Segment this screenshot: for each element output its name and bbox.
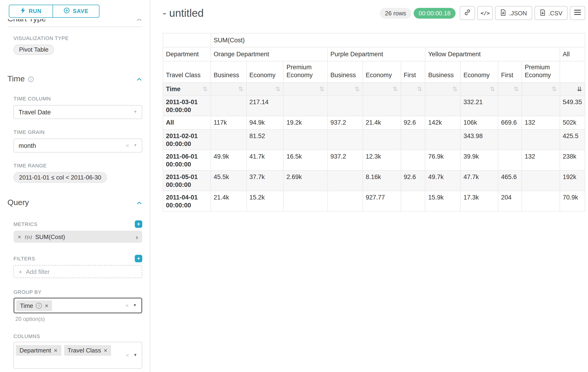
columns-label: COLUMNS [13,333,142,339]
pivot-value-cell [327,191,363,211]
pivot-value-cell: 92.6 [401,170,425,191]
export-json-label: .JSON [509,10,527,17]
info-icon [28,76,34,82]
pivot-value-cell: 49.7k [425,170,461,191]
pivot-value-cell: 132 [522,150,560,170]
pivot-value-cell: 8.16k [363,170,401,191]
pivot-value-cell: 49.9k [210,150,246,170]
sort-icon[interactable]: ⇅ [417,86,422,92]
sort-desc-icon[interactable]: ⇊ [577,86,582,92]
clear-icon[interactable]: × [126,352,129,358]
pivot-class-header: First [498,61,522,83]
selected-option-tag[interactable]: Department× [16,345,61,356]
pivot-value-cell: 204 [498,191,522,211]
metric-chip[interactable]: × ƒ(x) SUM(Cost) › [13,231,142,243]
time-range-chip[interactable]: 2011-01-01 ≤ col < 2011-06-30 [13,172,107,183]
chart-type-heading: Chart Type [7,19,46,24]
pivot-class-header: Premium Economy [284,61,327,83]
caret-down-icon[interactable]: ▼ [133,353,137,357]
pivot-value-cell: 47.7k [460,170,498,191]
pivot-value-cell: 15.2k [246,191,284,211]
run-button[interactable]: RUN [9,5,53,18]
time-column-value: Travel Date [19,109,51,116]
remove-tag-icon[interactable]: × [45,302,48,308]
copy-link-button[interactable] [460,6,475,20]
group-by-label: GROUP BY [13,289,142,295]
pivot-value-cell: 132 [522,116,560,129]
pivot-metric-header: SUM(Cost) [210,33,585,47]
pivot-value-cell: 37.7k [246,170,284,191]
pivot-sort-cell: ⇅ [498,83,522,96]
add-filter-button[interactable]: + Add filter [13,265,142,278]
pivot-value-cell [522,96,560,116]
pivot-value-cell [498,129,522,150]
section-divider [7,27,142,27]
sort-icon[interactable]: ⇅ [393,86,398,92]
file-download-icon [539,9,546,17]
remove-tag-icon[interactable]: × [54,347,57,353]
columns-select[interactable]: Department×Travel Class× × ▼ [13,342,142,369]
pivot-data-row: 2011-02-01 00:00:0081.52343.98425.5 [163,129,585,150]
collapse-chevron-up-icon[interactable] [136,76,142,82]
caret-down-icon[interactable]: ▼ [133,304,137,307]
pivot-sort-cell: ⇅ [425,83,461,96]
visualization-type-chip[interactable]: Pivot Table [13,45,54,55]
time-column-label: TIME COLUMN [13,96,142,101]
sort-icon[interactable]: ⇅ [552,86,557,92]
pivot-table: SUM(Cost)DepartmentOrange DepartmentPurp… [163,33,585,212]
chart-title[interactable]: - untitled [163,7,204,19]
sort-icon[interactable]: ⇅ [319,86,325,92]
sort-icon[interactable]: ⇅ [238,86,243,92]
pivot-class-header: Economy [460,61,498,83]
group-by-select[interactable]: Timei× × ▼ [13,298,142,313]
view-query-button[interactable]: </> [478,6,493,20]
time-section-title: Time [7,74,25,84]
time-grain-label: TIME GRAIN [13,129,142,135]
tag-label: Time [20,302,33,309]
row-count-badge: 26 rows [380,8,411,18]
columns-options-hint: 19 option(s) [13,371,142,372]
query-section-header[interactable]: Query [7,198,142,207]
sort-icon[interactable]: ⇅ [203,86,208,92]
save-button[interactable]: SAVE [52,5,99,18]
chevron-right-icon[interactable]: › [136,233,138,240]
remove-tag-icon[interactable]: × [104,347,107,353]
pivot-row-label: 2011-03-01 00:00:00 [163,96,210,116]
pivot-value-cell [327,96,363,116]
time-column-select[interactable]: Travel Date ▼ [13,105,142,119]
tag-label: Department [20,347,51,354]
time-grain-select[interactable]: month × ▼ [13,138,142,152]
export-csv-label: .CSV [548,10,562,17]
pivot-value-cell: 465.6 [498,170,522,191]
time-section-header[interactable]: Time [7,74,142,84]
clear-icon[interactable]: × [125,302,129,308]
sort-icon[interactable]: ⇅ [275,86,281,92]
selected-option-tag[interactable]: Travel Class× [64,345,111,356]
pivot-sort-cell: ⇅ [522,83,560,96]
pivot-value-cell [401,191,425,211]
pivot-value-cell [425,129,461,150]
add-filter-label: Add filter [26,268,50,275]
sort-icon[interactable]: ⇅ [452,86,458,92]
sort-icon[interactable]: ⇅ [355,86,360,92]
export-csv-button[interactable]: .CSV [534,6,567,20]
export-json-button[interactable]: .JSON [495,6,532,20]
collapse-chevron-up-icon[interactable] [136,200,142,206]
add-filter-plus-button[interactable]: + [135,255,142,262]
pivot-value-cell: 669.6 [498,116,522,129]
pivot-value-cell [401,96,425,116]
pivot-data-row: 2011-06-01 00:00:0049.9k41.7k16.5k937.21… [163,150,585,170]
row-dimension-label: Time [166,85,181,93]
add-metric-button[interactable]: + [135,220,142,228]
time-range-row: 2011-01-01 ≤ col < 2011-06-30 [13,172,142,183]
sort-icon[interactable]: ⇅ [514,86,519,92]
sort-icon[interactable]: ⇅ [490,86,495,92]
menu-button[interactable] [570,6,585,20]
remove-metric-icon[interactable]: × [18,233,21,240]
selected-option-tag[interactable]: Timei× [16,300,52,311]
pivot-value-cell: 76.9k [425,150,461,170]
pivot-row-label: 2011-02-01 00:00:00 [163,129,210,150]
pivot-class-header [560,61,585,83]
pivot-value-cell [522,170,560,191]
clear-icon[interactable]: × [126,142,129,149]
